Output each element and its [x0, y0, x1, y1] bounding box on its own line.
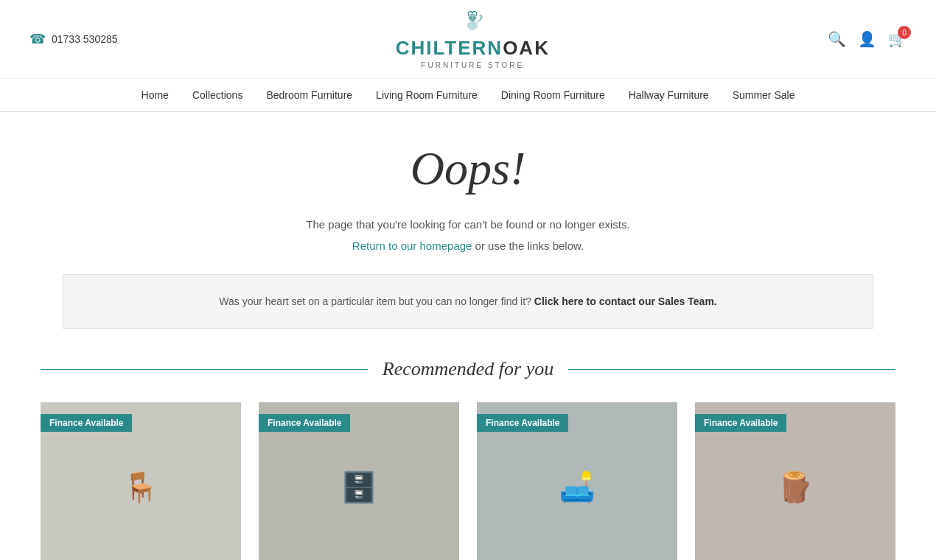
phone-icon: ☎ [29, 31, 46, 47]
logo-text[interactable]: CHILTERNOAK [118, 37, 828, 60]
contact-prefix: Was your heart set on a particular item … [219, 295, 534, 307]
nav-hallway[interactable]: Hallway Furniture [629, 89, 709, 101]
svg-point-0 [467, 21, 478, 30]
header-icons: 🔍 👤 🛒 0 [828, 30, 907, 48]
account-icon[interactable]: 👤 [858, 30, 876, 48]
product-image-wrap: 🪵 Finance Available [695, 402, 895, 560]
nav-dining[interactable]: Dining Room Furniture [501, 89, 605, 101]
product-card[interactable]: 🛋️ Finance Available Hampshire Grey Pain… [477, 402, 677, 560]
finance-badge: Finance Available [259, 414, 350, 432]
logo-oak: OAK [503, 37, 550, 60]
squirrel-icon [459, 9, 486, 35]
finance-badge: Finance Available [41, 414, 132, 432]
product-grid: 🪑 Finance Available Ashbourne Grey Paint… [41, 402, 895, 560]
nav-living[interactable]: Living Room Furniture [376, 89, 478, 101]
contact-sales-link[interactable]: Click here to contact our Sales Team. [534, 295, 717, 307]
return-suffix: or use the links below. [472, 239, 584, 252]
product-card[interactable]: 🗄️ Finance Available Ashbourne Grey Pain… [259, 402, 459, 560]
finance-badge: Finance Available [695, 414, 786, 432]
svg-point-2 [470, 17, 472, 18]
cart-icon[interactable]: 🛒 0 [888, 30, 907, 48]
error-message: The page that you're looking for can't b… [15, 218, 921, 231]
title-line-right [568, 369, 895, 370]
title-line-left [41, 369, 368, 370]
return-homepage-link[interactable]: Return to our homepage [352, 239, 472, 252]
oops-heading: Oops! [15, 141, 921, 196]
contact-banner: Was your heart set on a particular item … [63, 274, 873, 329]
return-text: Return to our homepage or use the links … [15, 239, 921, 252]
logo-area: CHILTERNOAK FURNITURE STORE [118, 9, 828, 69]
nav-bedroom[interactable]: Bedroom Furniture [266, 89, 352, 101]
nav-home[interactable]: Home [142, 89, 169, 101]
nav-collections[interactable]: Collections [192, 89, 242, 101]
nav-summer-sale[interactable]: Summer Sale [733, 89, 795, 101]
finance-badge: Finance Available [477, 414, 568, 432]
svg-point-3 [473, 17, 475, 18]
search-icon[interactable]: 🔍 [828, 30, 846, 48]
cart-badge: 0 [898, 26, 911, 39]
recommended-title: Recommended for you [383, 358, 553, 380]
product-image-wrap: 🗄️ Finance Available [259, 402, 459, 560]
main-nav: Home Collections Bedroom Furniture Livin… [0, 79, 936, 112]
svg-point-1 [469, 14, 477, 22]
product-image-wrap: 🛋️ Finance Available [477, 402, 677, 560]
logo-subtitle: FURNITURE STORE [118, 61, 828, 69]
phone-number: 01733 530285 [52, 33, 118, 45]
recommended-title-row: Recommended for you [41, 358, 895, 380]
recommended-section: Recommended for you 🪑 Finance Available … [26, 358, 910, 560]
product-image-wrap: 🪑 Finance Available [41, 402, 241, 560]
product-card[interactable]: 🪵 Finance Available Chester Grey Painted… [695, 402, 895, 560]
site-header: ☎ 01733 530285 CHILTERNOAK FURNITURE STO… [0, 0, 936, 79]
main-content: Oops! The page that you're looking for c… [0, 112, 936, 560]
product-card[interactable]: 🪑 Finance Available Ashbourne Grey Paint… [41, 402, 241, 560]
phone-area: ☎ 01733 530285 [29, 31, 118, 47]
logo-chiltern: CHILTERN [396, 37, 503, 60]
